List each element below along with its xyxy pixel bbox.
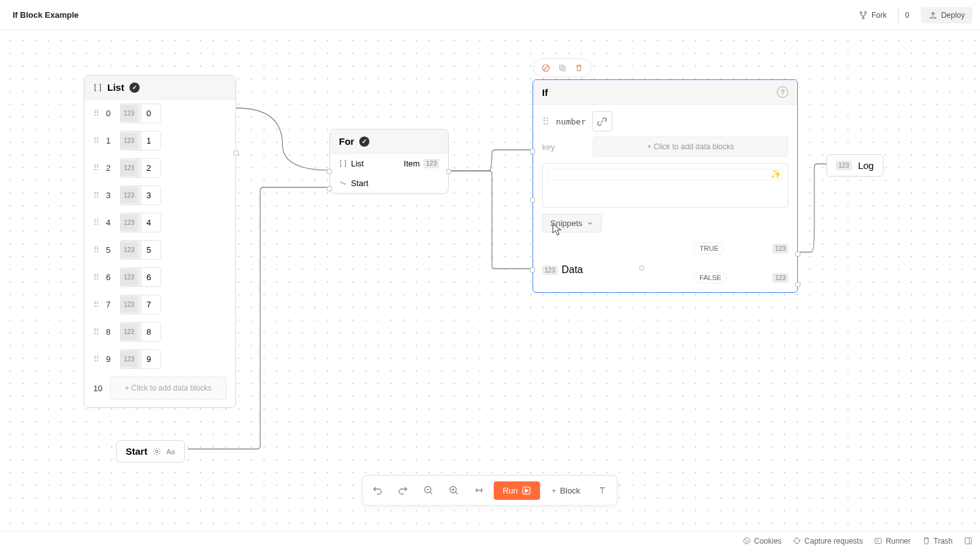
value-pill[interactable]: 123 5 bbox=[120, 240, 161, 260]
grip-icon[interactable]: ⠿ bbox=[93, 136, 101, 145]
grip-icon[interactable]: ⠿ bbox=[93, 163, 101, 173]
value-pill[interactable]: 123 9 bbox=[120, 349, 161, 369]
panel-button[interactable] bbox=[964, 537, 972, 545]
zoom-in-button[interactable] bbox=[443, 480, 465, 501]
gear-icon[interactable] bbox=[152, 447, 161, 456]
zoom-out-button[interactable] bbox=[418, 480, 439, 501]
value-pill[interactable]: 123 0 bbox=[120, 104, 161, 123]
for-node[interactable]: For ✓ List Item 123 Start bbox=[329, 129, 449, 194]
link-button[interactable] bbox=[592, 111, 612, 131]
list-node[interactable]: List ✓ ⠿ 0 123 0 ⠿ 1 123 1 ⠿ 2 123 2 ⠿ 3… bbox=[84, 75, 236, 408]
add-data-button[interactable]: + Click to add data blocks bbox=[593, 137, 788, 157]
fork-count: 0 bbox=[898, 7, 916, 23]
list-row[interactable]: ⠿ 2 123 2 bbox=[84, 154, 235, 182]
value: 7 bbox=[142, 295, 161, 314]
false-label: FALSE bbox=[694, 272, 727, 283]
list-index: 6 bbox=[106, 272, 115, 282]
list-row[interactable]: ⠿ 3 123 3 bbox=[84, 182, 235, 209]
svg-point-2 bbox=[863, 17, 864, 18]
grip-icon[interactable]: ⠿ bbox=[93, 272, 101, 282]
grip-icon[interactable]: ⠿ bbox=[93, 191, 101, 200]
value-pill[interactable]: 123 8 bbox=[120, 322, 161, 342]
check-icon: ✓ bbox=[129, 83, 140, 93]
capture-button[interactable]: Capture requests bbox=[793, 537, 863, 546]
list-next-idx: 10 bbox=[93, 384, 105, 393]
add-data-button[interactable]: + Click to add data blocks bbox=[110, 377, 227, 399]
list-row[interactable]: ⠿ 1 123 1 bbox=[84, 127, 235, 154]
log-label: Log bbox=[858, 160, 874, 171]
list-row[interactable]: ⠿ 5 123 5 bbox=[84, 236, 235, 264]
capture-icon bbox=[793, 537, 801, 545]
list-index: 4 bbox=[106, 218, 115, 227]
deploy-button[interactable]: Deploy bbox=[921, 7, 972, 23]
list-index: 2 bbox=[106, 163, 115, 173]
type-tag: 123 bbox=[121, 160, 138, 176]
fit-button[interactable] bbox=[468, 480, 490, 501]
value-pill[interactable]: 123 7 bbox=[120, 295, 161, 314]
value-pill[interactable]: 123 1 bbox=[120, 131, 161, 151]
duplicate-icon[interactable] bbox=[557, 62, 568, 74]
list-add-row: 10 + Click to add data blocks bbox=[93, 377, 227, 399]
value-pill[interactable]: 123 3 bbox=[120, 185, 161, 205]
value: 9 bbox=[142, 350, 161, 368]
value-pill[interactable]: 123 4 bbox=[120, 213, 161, 232]
value: 1 bbox=[142, 131, 161, 150]
cookies-button[interactable]: Cookies bbox=[743, 537, 781, 546]
value: 3 bbox=[142, 186, 161, 205]
for-start-label: Start bbox=[351, 178, 368, 188]
svg-point-6 bbox=[156, 450, 158, 453]
if-node[interactable]: If ? ⠿ number key + Click to add data bl… bbox=[533, 79, 798, 293]
redo-button[interactable] bbox=[392, 480, 414, 501]
canvas[interactable]: List ✓ ⠿ 0 123 0 ⠿ 1 123 1 ⠿ 2 123 2 ⠿ 3… bbox=[0, 30, 980, 531]
undo-button[interactable] bbox=[367, 480, 388, 501]
delete-icon[interactable] bbox=[573, 62, 585, 74]
canvas-toolbar: Run + Block bbox=[362, 475, 618, 506]
add-block-button[interactable]: + Block bbox=[544, 481, 588, 500]
text-button[interactable] bbox=[592, 480, 613, 501]
snippets-button[interactable]: Snippets bbox=[542, 214, 602, 232]
grip-icon[interactable]: ⠿ bbox=[93, 109, 101, 118]
list-row[interactable]: ⠿ 6 123 6 bbox=[84, 264, 235, 291]
value-pill[interactable]: 123 2 bbox=[120, 158, 161, 178]
grip-icon[interactable]: ⠿ bbox=[93, 245, 101, 255]
log-node[interactable]: 123 Log bbox=[826, 154, 884, 177]
grip-icon[interactable]: ⠿ bbox=[93, 327, 101, 337]
grip-icon[interactable]: ⠿ bbox=[93, 218, 101, 227]
list-index: 9 bbox=[106, 354, 115, 364]
list-row[interactable]: ⠿ 4 123 4 bbox=[84, 209, 235, 236]
type-tag: 123 bbox=[542, 265, 558, 275]
fork-icon bbox=[859, 11, 868, 20]
fork-label: Fork bbox=[871, 11, 887, 20]
help-icon[interactable]: ? bbox=[777, 86, 788, 98]
run-label: Run bbox=[503, 486, 518, 495]
list-row[interactable]: ⠿ 8 123 8 bbox=[84, 318, 235, 345]
trash-button[interactable]: Trash bbox=[922, 537, 953, 546]
grip-icon[interactable]: ⠿ bbox=[93, 354, 101, 364]
variable-name[interactable]: number bbox=[556, 117, 586, 126]
header: If Block Example Fork 0 Deploy bbox=[0, 0, 980, 30]
list-row[interactable]: ⠿ 0 123 0 bbox=[84, 100, 235, 127]
list-row[interactable]: ⠿ 9 123 9 bbox=[84, 345, 235, 373]
code-editor[interactable]: ✨ bbox=[542, 163, 788, 208]
start-node[interactable]: Start Aa bbox=[116, 440, 185, 462]
value-pill[interactable]: 123 6 bbox=[120, 267, 161, 287]
snippets-label: Snippets bbox=[550, 218, 583, 228]
list-row[interactable]: ⠿ 7 123 7 bbox=[84, 291, 235, 318]
check-icon: ✓ bbox=[359, 137, 369, 147]
value: 5 bbox=[142, 241, 161, 259]
list-index: 5 bbox=[106, 245, 115, 255]
for-title: For bbox=[339, 136, 354, 147]
runner-button[interactable]: Runner bbox=[874, 537, 910, 546]
magic-icon[interactable]: ✨ bbox=[771, 169, 781, 179]
link-icon bbox=[597, 117, 607, 126]
disable-icon[interactable] bbox=[540, 62, 552, 74]
run-button[interactable]: Run bbox=[494, 481, 540, 500]
list-icon bbox=[339, 159, 347, 168]
grip-icon[interactable]: ⠿ bbox=[542, 116, 550, 128]
fork-button[interactable]: Fork bbox=[852, 7, 893, 23]
list-index: 1 bbox=[106, 136, 115, 145]
grip-icon[interactable]: ⠿ bbox=[93, 300, 101, 309]
start-label: Start bbox=[126, 446, 147, 457]
type-tag: 123 bbox=[121, 242, 138, 258]
type-tag: 123 bbox=[772, 273, 788, 283]
